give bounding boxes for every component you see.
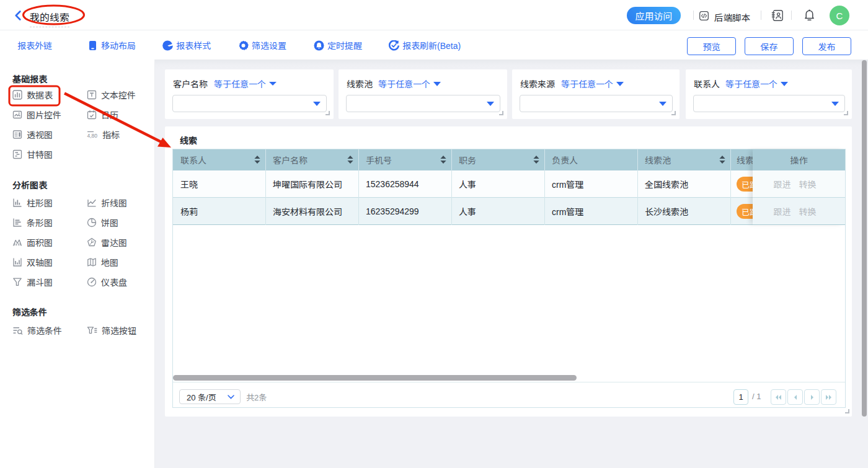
svg-text:4,80: 4,80 [87,133,98,139]
